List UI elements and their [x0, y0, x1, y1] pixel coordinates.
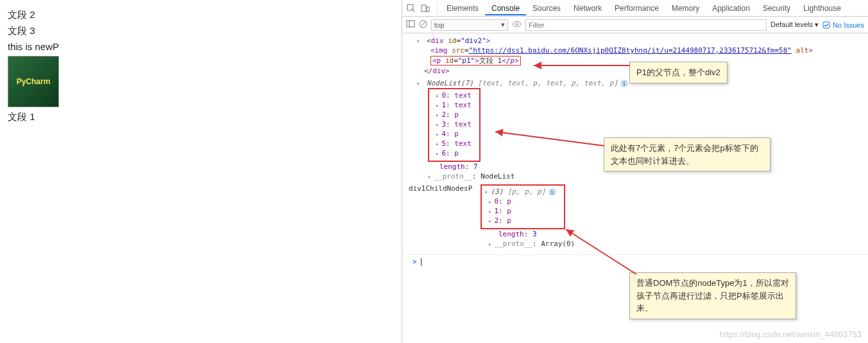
tab-lighthouse[interactable]: Lighthouse [797, 1, 847, 15]
log-div-open[interactable]: <div id="div2"> [405, 36, 868, 46]
console-toolbar: top▾ Default levels ▾ No Issues [402, 17, 868, 33]
watermark: https://blog.csdn.net/weixin_44803753 [720, 330, 862, 339]
nl-item-5[interactable]: 5: text [432, 139, 472, 148]
tab-application[interactable]: Application [706, 1, 756, 15]
console-prompt[interactable]: > [405, 254, 868, 267]
console-output[interactable]: <div id="div2"> <img src="https://dss1.b… [402, 33, 868, 343]
inspect-icon[interactable] [406, 3, 416, 13]
live-expression-icon[interactable] [512, 20, 522, 30]
nl-proto[interactable]: __proto__: NodeList [405, 172, 868, 181]
arr-item-0[interactable]: 0: p [484, 197, 556, 206]
paragraph-1: 文段 1 [8, 111, 390, 123]
tab-security[interactable]: Security [756, 1, 797, 15]
info-icon[interactable]: i [549, 188, 556, 196]
devtools-tabstrip: Elements Console Sources Network Perform… [402, 0, 868, 17]
log-childnodes[interactable]: div1ChildNodesP (3) [p, p, p]i 0: p 1: p… [405, 184, 868, 249]
arrow-2 [492, 127, 608, 152]
nl-item-3[interactable]: 3: text [432, 119, 472, 129]
nl-item-6[interactable]: 6: p [432, 148, 472, 158]
svg-rect-3 [407, 21, 414, 27]
pycharm-logo-image: PyCharm [8, 56, 59, 107]
rendered-page: 文段 2 文段 3 this is newP PyCharm 文段 1 [0, 0, 398, 132]
annotation-1: P1的父节点，整个div2 [629, 62, 728, 84]
paragraph-3: 文段 3 [8, 25, 390, 37]
arr-length[interactable]: length: 3 [481, 229, 575, 239]
devtools-panel: Elements Console Sources Network Perform… [402, 0, 868, 343]
tab-console[interactable]: Console [485, 1, 526, 15]
annotation-3: 普通DOM节点的nodeType为1，所以需对孩子节点再进行过滤，只把P标签展示… [629, 272, 796, 319]
nodelist-items-frame: 0: text 1: text 2: p 3: text 4: p 5: tex… [428, 88, 481, 162]
tab-sources[interactable]: Sources [526, 1, 567, 15]
context-selector[interactable]: top▾ [431, 19, 508, 31]
arr-item-1[interactable]: 1: p [484, 206, 556, 216]
arr-item-2[interactable]: 2: p [484, 216, 556, 225]
toggle-sidebar-icon[interactable] [406, 19, 415, 30]
nl-item-2[interactable]: 2: p [432, 110, 472, 119]
device-mode-icon[interactable] [420, 3, 430, 13]
info-icon[interactable]: i [620, 80, 628, 87]
svg-line-11 [495, 132, 604, 146]
log-img[interactable]: <img src="https://dss1.baidu.com/6ONXsji… [405, 46, 868, 55]
tab-performance[interactable]: Performance [608, 1, 665, 15]
issues-button[interactable]: No Issues [822, 21, 864, 29]
arr-proto[interactable]: __proto__: Array(0) [481, 239, 575, 249]
filter-input[interactable] [525, 19, 767, 31]
tab-elements[interactable]: Elements [440, 1, 485, 15]
nl-item-1[interactable]: 1: text [432, 100, 472, 110]
clear-console-icon[interactable] [419, 20, 427, 30]
nl-item-4[interactable]: 4: p [432, 129, 472, 139]
svg-rect-9 [823, 22, 830, 28]
annotation-2: 此处有7个元素，7个元素会把p标签下的文本也同时计算进去。 [604, 137, 770, 172]
svg-line-6 [421, 21, 426, 26]
paragraph-new: this is newP [8, 41, 390, 52]
svg-rect-2 [427, 7, 429, 12]
nl-item-0[interactable]: 0: text [432, 91, 472, 100]
log-levels-dropdown[interactable]: Default levels ▾ [770, 21, 819, 29]
svg-point-8 [516, 23, 518, 25]
tab-memory[interactable]: Memory [665, 1, 706, 15]
tab-network[interactable]: Network [567, 1, 608, 15]
paragraph-2: 文段 2 [8, 9, 390, 21]
svg-rect-1 [421, 5, 426, 12]
